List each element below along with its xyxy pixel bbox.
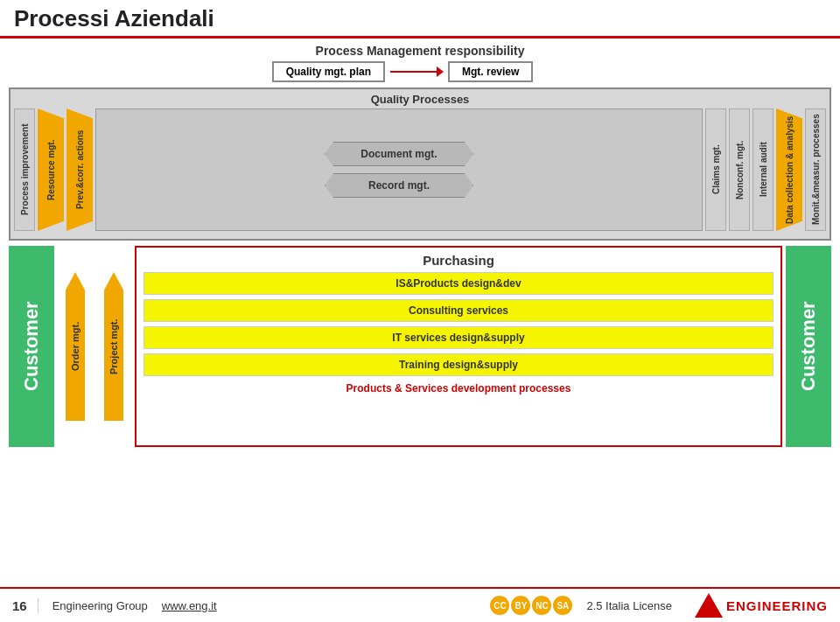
header: Processi Aziendali <box>0 0 840 38</box>
cc-license-icons: CC BY NC SA <box>490 596 572 615</box>
footer-url[interactable]: www.eng.it <box>162 599 217 612</box>
products-services-label: Products & Services development processe… <box>144 382 774 395</box>
footer-page-number: 16 <box>12 598 38 613</box>
qmgt-plan-box: Quality mgt. plan <box>272 61 385 82</box>
footer: 16 Engineering Group www.eng.it CC BY NC… <box>0 587 840 622</box>
data-collection-arrow: Data collection & analysis <box>776 108 802 231</box>
qmgt-row: Quality mgt. plan Mgt. review <box>9 59 831 84</box>
diagram-area: Process Management responsibility Qualit… <box>0 38 840 607</box>
page-title: Processi Aziendali <box>14 5 826 32</box>
project-mgt-area: Project mgt. <box>96 246 131 447</box>
document-mgt-box: Document mgt. <box>325 142 473 166</box>
footer-group-name: Engineering Group <box>52 599 148 612</box>
top-banner: Process Management responsibility <box>9 44 831 58</box>
purchasing-label: Purchasing <box>144 253 774 268</box>
training-box: Training design&supply <box>144 353 774 376</box>
record-mgt-box: Record mgt. <box>325 173 473 198</box>
prev-actions-arrow: Prev.&corr. actions <box>66 108 93 231</box>
is-products-box: IS&Products design&dev <box>144 272 774 295</box>
order-mgt-arrow: Order mgt. <box>66 272 85 421</box>
footer-logo-text: ENGINEERING <box>726 598 828 613</box>
customer-right-box: Customer <box>786 246 831 447</box>
central-processes-box: Purchasing IS&Products design&dev Consul… <box>135 246 782 447</box>
project-mgt-arrow: Project mgt. <box>104 272 123 421</box>
internal-audit-label: Internal audit <box>752 108 774 231</box>
order-mgt-area: Order mgt. <box>58 246 93 447</box>
claims-mgt-label: Claims mgt. <box>705 108 726 231</box>
process-improvement-label: Process improvement <box>14 108 35 231</box>
quality-outer-box: Quality Processes Process improvement Re… <box>9 87 831 241</box>
footer-logo: ENGINEERING <box>695 593 828 618</box>
bottom-section: Customer Order mgt. Project mgt. Purchas… <box>9 246 831 447</box>
nonconf-mgt-label: Nonconf. mgt. <box>729 108 750 231</box>
customer-left-box: Customer <box>9 246 54 447</box>
doc-record-area: Document mgt. Record mgt. <box>95 108 703 231</box>
resource-mgt-arrow: Resource mgt. <box>38 108 64 231</box>
it-services-box: IT services design&supply <box>144 326 774 349</box>
quality-processes-label: Quality Processes <box>14 93 826 106</box>
footer-license: 2.5 Italia License <box>586 599 672 612</box>
monit-processes-label: Monit.&measur. processes <box>805 108 826 231</box>
consulting-box: Consulting services <box>144 299 774 322</box>
qmgt-review-box: Mgt. review <box>448 61 533 82</box>
